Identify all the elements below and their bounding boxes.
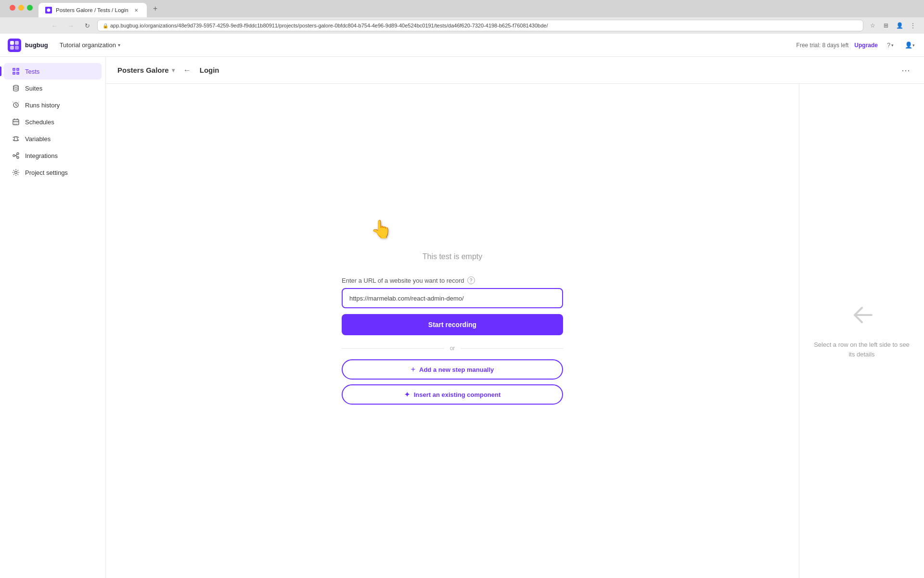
component-icon: ✦ xyxy=(404,391,410,398)
url-form-group: Enter a URL of a website you want to rec… xyxy=(342,276,563,308)
sidebar: Tests Suites xyxy=(0,57,106,578)
settings-icon xyxy=(12,168,20,177)
bookmark-star-icon[interactable]: ☆ xyxy=(867,20,878,31)
user-chevron-icon: ▾ xyxy=(912,43,915,48)
url-label: Enter a URL of a website you want to rec… xyxy=(342,276,563,284)
arrow-left-icon xyxy=(847,303,876,332)
logo-icon xyxy=(8,39,21,52)
breadcrumb-project[interactable]: Posters Galore ▾ xyxy=(117,66,175,74)
logo-text: bugbug xyxy=(25,41,48,49)
sidebar-item-schedules[interactable]: Schedules xyxy=(4,114,102,130)
page-title: Login xyxy=(200,66,219,74)
address-bar[interactable]: 🔒 app.bugbug.io/organizations/48e9d739-5… xyxy=(97,20,863,31)
svg-rect-2 xyxy=(10,41,14,45)
integrations-icon xyxy=(12,151,20,160)
svg-point-1 xyxy=(47,9,51,12)
org-name: Tutorial organization xyxy=(60,41,116,49)
sidebar-item-schedules-label: Schedules xyxy=(25,118,54,126)
insert-component-button[interactable]: ✦ Insert an existing component xyxy=(342,384,563,405)
sidebar-item-settings[interactable]: Project settings xyxy=(4,164,102,181)
org-selector[interactable]: Tutorial organization ▾ xyxy=(56,39,124,51)
sidebar-item-settings-label: Project settings xyxy=(25,169,68,176)
logo-area: bugbug xyxy=(8,39,48,52)
schedules-icon xyxy=(12,118,20,126)
back-button[interactable]: ← xyxy=(180,64,194,77)
more-options-button[interactable]: ⋯ xyxy=(899,64,912,77)
variables-icon xyxy=(12,134,20,143)
or-divider: or xyxy=(342,345,563,352)
extensions-icon[interactable]: ⊞ xyxy=(881,20,891,31)
sidebar-item-integrations[interactable]: Integrations xyxy=(4,147,102,164)
trial-text: Free trial: 8 days left xyxy=(796,42,849,49)
project-name: Posters Galore xyxy=(117,66,169,74)
sidebar-item-variables-label: Variables xyxy=(25,135,51,143)
main-panel: This test is empty Enter a URL of a webs… xyxy=(106,84,799,578)
divider-text: or xyxy=(450,345,455,352)
help-chevron-icon: ▾ xyxy=(891,43,894,48)
svg-point-10 xyxy=(17,153,19,155)
traffic-light-green[interactable] xyxy=(27,5,33,11)
url-text: app.bugbug.io/organizations/48e9d739-595… xyxy=(110,23,548,28)
start-recording-button[interactable]: Start recording xyxy=(342,314,563,335)
tab-title: Posters Galore / Tests / Login xyxy=(56,7,128,13)
svg-rect-4 xyxy=(10,46,14,50)
traffic-light-red[interactable] xyxy=(10,5,15,11)
app-header: bugbug Tutorial organization ▾ Free tria… xyxy=(0,34,924,57)
svg-rect-3 xyxy=(15,41,19,45)
add-step-button[interactable]: + Add a new step manually xyxy=(342,359,563,380)
tab-favicon xyxy=(45,7,52,13)
sidebar-item-suites[interactable]: Suites xyxy=(4,80,102,96)
right-panel-hint: Select a row on the left side to see its… xyxy=(811,340,912,359)
right-panel: Select a row on the left side to see its… xyxy=(799,84,924,578)
divider-line-left xyxy=(342,348,444,349)
suites-icon xyxy=(12,84,20,92)
url-help-icon[interactable]: ? xyxy=(467,276,475,284)
new-tab-button[interactable]: + xyxy=(149,2,162,15)
empty-state-title: This test is empty xyxy=(423,252,482,261)
sidebar-item-tests-label: Tests xyxy=(25,68,39,75)
empty-state: This test is empty Enter a URL of a webs… xyxy=(342,252,563,409)
header-right: Free trial: 8 days left Upgrade ? ▾ 👤 ▾ xyxy=(796,39,916,52)
lock-icon: 🔒 xyxy=(103,23,108,28)
divider-line-right xyxy=(461,348,563,349)
svg-point-11 xyxy=(17,157,19,158)
tab-close-button[interactable]: ✕ xyxy=(132,6,140,14)
sidebar-item-tests[interactable]: Tests xyxy=(4,63,102,79)
plus-icon: + xyxy=(411,365,415,374)
sidebar-item-suites-label: Suites xyxy=(25,85,42,92)
sidebar-item-integrations-label: Integrations xyxy=(25,152,58,159)
right-panel-content: Select a row on the left side to see its… xyxy=(799,291,924,370)
profile-icon[interactable]: 👤 xyxy=(894,20,905,31)
upgrade-button[interactable]: Upgrade xyxy=(854,42,878,49)
reload-button[interactable]: ↻ xyxy=(81,19,93,32)
traffic-light-yellow[interactable] xyxy=(18,5,24,11)
sidebar-item-runs-label: Runs history xyxy=(25,102,60,109)
svg-point-12 xyxy=(15,171,17,174)
user-menu-button[interactable]: 👤 ▾ xyxy=(903,39,916,52)
url-input[interactable] xyxy=(342,288,563,308)
sidebar-item-runs[interactable]: Runs history xyxy=(4,97,102,113)
project-chevron-icon: ▾ xyxy=(172,67,175,74)
help-button[interactable]: ? ▾ xyxy=(884,39,897,52)
forward-nav-button[interactable]: → xyxy=(64,19,77,32)
sidebar-item-variables[interactable]: Variables xyxy=(4,131,102,147)
svg-point-6 xyxy=(13,85,18,87)
page-header: Posters Galore ▾ ← Login ⋯ xyxy=(106,57,924,84)
menu-icon[interactable]: ⋮ xyxy=(908,20,918,31)
org-chevron-icon: ▾ xyxy=(118,42,120,48)
svg-point-9 xyxy=(13,155,15,157)
runs-icon xyxy=(12,101,20,109)
back-nav-button[interactable]: ← xyxy=(48,19,61,32)
svg-rect-5 xyxy=(15,46,19,50)
tests-icon xyxy=(12,67,20,76)
browser-tab[interactable]: Posters Galore / Tests / Login ✕ xyxy=(38,3,147,17)
